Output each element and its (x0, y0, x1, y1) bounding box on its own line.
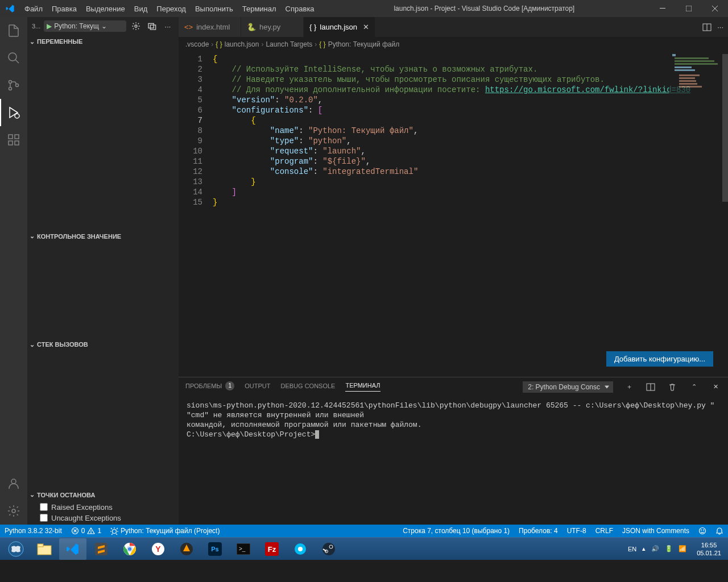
volume-icon[interactable]: 🔊 (651, 545, 659, 552)
menu-terminal[interactable]: Терминал (238, 0, 281, 17)
close-icon[interactable]: ✕ (363, 23, 369, 31)
uncaught-exceptions-checkbox[interactable] (40, 514, 48, 522)
clock-date: 05.01.21 (697, 549, 721, 557)
taskbar-aimp-icon[interactable] (173, 538, 200, 560)
breadcrumb[interactable]: .vscode › { } launch.json › Launch Targe… (179, 37, 728, 52)
split-editor-icon[interactable] (702, 23, 712, 32)
breadcrumb-leaf[interactable]: Python: Текущий файл (328, 40, 400, 48)
code-content[interactable]: { // Используйте IntelliSense, чтобы узн… (213, 52, 728, 377)
status-language[interactable]: JSON with Comments (618, 525, 694, 537)
breadcrumb-node[interactable]: Launch Targets (266, 40, 312, 48)
menu-view[interactable]: Вид (130, 0, 152, 17)
more-actions-icon[interactable]: ··· (717, 23, 723, 31)
status-encoding[interactable]: UTF-8 (562, 525, 591, 537)
settings-gear-icon[interactable] (0, 497, 27, 525)
close-panel-icon[interactable]: ✕ (710, 383, 721, 390)
explorer-icon[interactable] (0, 17, 27, 44)
variables-section-header[interactable]: ⌄Переменные (27, 36, 179, 48)
svg-point-26 (704, 530, 704, 530)
taskbar-yandex-icon[interactable]: Y (144, 538, 172, 560)
chevron-down-icon: ⌄ (101, 22, 107, 30)
tab-index-html[interactable]: <>index.html (179, 17, 241, 37)
start-button[interactable] (2, 538, 30, 560)
menu-edit[interactable]: Правка (47, 0, 81, 17)
svg-point-24 (700, 528, 706, 534)
activitybar (0, 17, 27, 525)
status-feedback-icon[interactable] (694, 525, 711, 537)
add-configuration-button[interactable]: Добавить конфигурацию... (606, 351, 713, 367)
panel-tab-terminal[interactable]: Терминал (345, 382, 380, 392)
sidebar-title-truncated: 3... (32, 23, 40, 30)
taskbar-vscode-icon[interactable] (59, 538, 86, 560)
network-icon[interactable]: 📶 (679, 545, 686, 552)
taskbar-cmd-icon[interactable]: >_ (230, 538, 257, 560)
svg-point-2 (9, 53, 16, 61)
status-problems[interactable]: 0 1 (67, 525, 106, 537)
language-indicator[interactable]: EN (628, 546, 636, 552)
close-button[interactable] (702, 0, 728, 17)
breadcrumb-file[interactable]: launch.json (225, 40, 259, 48)
run-debug-icon[interactable] (0, 99, 27, 126)
minimap[interactable] (669, 52, 720, 377)
taskbar-app-icon[interactable] (287, 538, 314, 560)
menu-help[interactable]: Справка (281, 0, 319, 17)
status-debug-target[interactable]: Python: Текущий файл (Project) (106, 525, 224, 537)
line-gutter: 123456789101112131415 (179, 52, 213, 377)
taskbar-steam-icon[interactable] (315, 538, 342, 560)
minimize-button[interactable] (650, 0, 676, 17)
taskbar-explorer-icon[interactable] (31, 538, 58, 560)
svg-rect-30 (95, 543, 107, 555)
raised-exceptions-checkbox[interactable] (40, 503, 48, 511)
maximize-button[interactable] (676, 0, 702, 17)
panel-tab-output[interactable]: Output (245, 383, 270, 392)
scrollbar-thumb[interactable] (722, 54, 728, 202)
extensions-icon[interactable] (0, 126, 27, 153)
search-icon[interactable] (0, 44, 27, 72)
taskbar-clock[interactable]: 16:55 05.01.21 (692, 541, 726, 557)
debug-console-icon[interactable] (146, 20, 158, 32)
more-icon[interactable]: ··· (162, 20, 174, 32)
svg-point-6 (15, 114, 19, 118)
menu-go[interactable]: Переход (152, 0, 191, 17)
variables-label: Переменные (37, 38, 82, 45)
panel-tab-debug-console[interactable]: Debug Console (280, 383, 335, 392)
callstack-section-header[interactable]: ⌄Стек вызовов (27, 339, 179, 351)
source-control-icon[interactable] (0, 72, 27, 99)
taskbar-filezilla-icon[interactable]: Fz (258, 538, 286, 560)
maximize-panel-icon[interactable]: ⌃ (688, 383, 700, 390)
warnings-count: 1 (97, 527, 101, 535)
taskbar-chrome-icon[interactable] (116, 538, 143, 560)
code-editor[interactable]: 123456789101112131415 { // Используйте I… (179, 52, 728, 377)
breadcrumb-folder[interactable]: .vscode (185, 40, 209, 48)
menu-run[interactable]: Выполнить (191, 0, 238, 17)
tray-chevron-icon[interactable]: ▴ (642, 545, 646, 552)
status-python[interactable]: Python 3.8.2 32-bit (0, 525, 67, 537)
split-terminal-icon[interactable] (645, 383, 656, 391)
status-bell-icon[interactable] (711, 525, 728, 537)
panel-tab-problems[interactable]: Проблемы1 (185, 381, 234, 393)
kill-terminal-icon[interactable] (667, 383, 678, 391)
accounts-icon[interactable] (0, 470, 27, 497)
taskbar-sublime-icon[interactable] (88, 538, 115, 560)
system-tray[interactable]: EN ▴ 🔊 🔋 📶 (623, 545, 691, 552)
status-eol[interactable]: CRLF (591, 525, 618, 537)
new-terminal-icon[interactable]: ＋ (623, 383, 635, 391)
status-indent[interactable]: Пробелов: 4 (514, 525, 562, 537)
tab-hey-py[interactable]: 🐍hey.py (241, 17, 304, 37)
menu-file[interactable]: Файл (20, 0, 47, 17)
terminal-select[interactable]: 2: Python Debug Consc (523, 381, 613, 393)
svg-rect-29 (38, 544, 43, 547)
launch-config-select[interactable]: ▶ Python: Текущ ⌄ (44, 20, 126, 32)
svg-point-11 (11, 479, 16, 484)
vertical-scrollbar[interactable] (720, 52, 728, 377)
tab-launch-json[interactable]: { }launch.json✕ (304, 17, 375, 37)
status-cursor[interactable]: Строка 7, столбец 10 (выбрано 1) (398, 525, 514, 537)
svg-rect-14 (148, 24, 154, 28)
gear-icon[interactable] (130, 20, 142, 32)
menu-selection[interactable]: Выделение (81, 0, 130, 17)
taskbar-photoshop-icon[interactable]: Ps (201, 538, 229, 560)
terminal-content[interactable]: sions\ms-python.python-2020.12.424452561… (179, 396, 728, 525)
watch-section-header[interactable]: ⌄Контрольное значение (27, 230, 179, 242)
breakpoints-section-header[interactable]: ⌄Точки останова (27, 489, 179, 501)
battery-icon[interactable]: 🔋 (665, 545, 673, 552)
